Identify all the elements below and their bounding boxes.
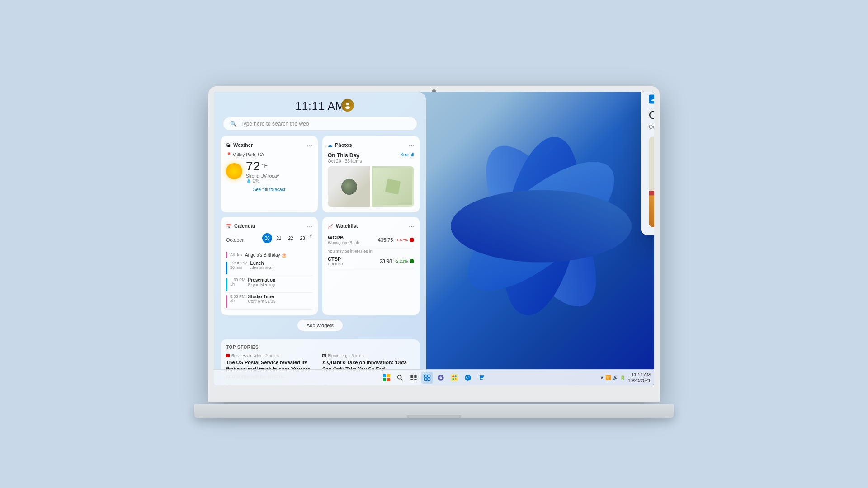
photos-panel-subtitle: Oct 20 · 33 items See all	[649, 123, 654, 130]
weather-title-row: 🌤 Weather	[226, 142, 253, 148]
event-bar-presentation	[226, 278, 227, 291]
photos-widget: ☁ Photos ··· On This Day Oct 20 · 33 ite…	[322, 136, 420, 212]
taskbar-photos-button[interactable]	[448, 372, 460, 384]
photos-panel-photo-left[interactable]	[649, 136, 654, 227]
taskbar-chat-button[interactable]	[435, 372, 447, 384]
svg-rect-20	[451, 374, 458, 381]
weather-more-button[interactable]: ···	[307, 141, 312, 149]
event-title-studio: Studio Time	[248, 294, 276, 299]
stock-name-wgrb: Woodgrove Bank	[328, 240, 359, 245]
calendar-day-21[interactable]: 21	[274, 233, 284, 243]
photos-panel-title-row: ☁ Photos	[649, 94, 654, 103]
photos-more-button[interactable]: ···	[409, 141, 414, 149]
stock-dot-wgrb	[410, 238, 414, 242]
taskbar-search-button[interactable]	[394, 372, 406, 384]
news-source-name-bi: Business Insider	[231, 353, 261, 358]
svg-rect-16	[424, 375, 427, 377]
event-bar-studio	[226, 295, 227, 308]
svg-point-23	[452, 378, 454, 380]
weather-sun-icon	[226, 163, 242, 179]
add-widgets-button[interactable]: Add widgets	[297, 319, 343, 331]
news-source-row-bi: Business Insider · 2 hours	[226, 353, 318, 358]
time-text: 11:11 AM	[295, 100, 344, 112]
watchlist-more-button[interactable]: ···	[409, 222, 414, 230]
taskbar-volume-icon[interactable]: 🔊	[613, 375, 618, 380]
taskbar-time-block[interactable]: 11:11 AM 10/20/2021	[628, 372, 651, 384]
event-bar-lunch	[226, 262, 227, 274]
event-title-lunch: Lunch	[250, 261, 275, 266]
photos-panel-extended-header: ☁ Photos ···	[649, 94, 654, 103]
stock-price-wgrb: 435.75	[378, 237, 393, 243]
news-source-dot-bloomberg: B	[322, 354, 326, 357]
taskbar-battery-icon[interactable]: 🔋	[620, 375, 625, 380]
taskbar-wifi-icon[interactable]: 🛜	[605, 375, 611, 380]
svg-rect-14	[410, 379, 413, 380]
photos-see-all-link[interactable]: See all	[400, 152, 414, 157]
svg-rect-18	[424, 378, 427, 380]
svg-point-10	[398, 375, 401, 379]
taskbar-arrow-icon[interactable]: ∧	[600, 375, 604, 380]
taskbar-store-button[interactable]	[476, 372, 487, 384]
weather-title: Weather	[233, 142, 253, 148]
svg-line-11	[401, 379, 403, 380]
calendar-day-20[interactable]: 20	[262, 233, 272, 243]
svg-rect-12	[410, 375, 413, 378]
stock-ticker-ctsp: CTSP	[328, 256, 343, 262]
weather-description: Strong UV today	[246, 174, 279, 178]
photos-panel-grid	[649, 136, 654, 227]
weather-location-text: Valley Park, CA	[233, 152, 264, 157]
taskbar: ∧ 🛜 🔊 🔋 11:11 AM 10/20/2021	[214, 369, 654, 385]
photos-grid	[328, 166, 414, 207]
svg-point-22	[455, 375, 457, 377]
event-bar-allday	[226, 252, 227, 258]
photos-on-this-day-title: On This Day	[328, 152, 362, 159]
calendar-event-studio: 6:00 PM 3h Studio Time Conf Rm 32/35	[226, 293, 312, 310]
stock-row-ctsp: CTSP Contoso 23.98 +2.23%	[328, 254, 414, 268]
svg-rect-6	[383, 374, 386, 377]
svg-rect-17	[428, 375, 430, 377]
photos-panel-extended: ☁ Photos ··· On This Day Oct 20 · 33 ite…	[641, 92, 654, 235]
stock-change-ctsp: +2.23%	[394, 259, 408, 263]
weather-main: 72 °F Strong UV today 💧 0%	[226, 159, 312, 183]
photo-thumb-2[interactable]	[372, 166, 414, 207]
watchlist-title: Watchlist	[336, 223, 358, 229]
calendar-event-presentation: 1:30 PM 1h Presentation Skype Meeting	[226, 276, 312, 293]
laptop-shell: 11:11 AM 🔍 Type here to search the web	[208, 86, 660, 402]
event-duration-presentation: 1h	[230, 282, 245, 286]
win11-wallpaper-flower	[451, 102, 632, 351]
calendar-day-22[interactable]: 22	[286, 233, 296, 243]
search-bar[interactable]: 🔍 Type here to search the web	[223, 117, 417, 131]
watchlist-widget-header: 📈 Watchlist ···	[328, 222, 414, 230]
calendar-more-button[interactable]: ···	[307, 222, 312, 230]
svg-rect-19	[428, 378, 430, 380]
event-time-studio: 6:00 PM	[230, 294, 245, 299]
photos-title: Photos	[335, 142, 352, 148]
news-time-bi: · 2 hours	[263, 353, 279, 358]
svg-rect-7	[387, 374, 390, 377]
taskbar-widgets-button[interactable]	[421, 372, 433, 384]
svg-point-24	[455, 378, 457, 380]
news-time-bloomberg: · 3 mins	[349, 353, 364, 358]
taskbar-taskview-button[interactable]	[408, 372, 420, 384]
search-placeholder: Type here to search the web	[241, 121, 309, 127]
svg-rect-8	[383, 378, 386, 381]
news-header-label: TOP STORIES	[226, 345, 414, 350]
photo-thumb-1[interactable]	[328, 166, 370, 207]
taskbar-edge-button[interactable]	[462, 372, 474, 384]
photos-title-row: ☁ Photos	[328, 142, 352, 148]
calendar-day-23[interactable]: 23	[297, 233, 307, 243]
event-allday-label: All day	[230, 253, 242, 257]
weather-unit: °F	[262, 163, 268, 169]
calendar-more-days[interactable]: ∨	[309, 233, 312, 243]
stock-change-wgrb: -1.67%	[395, 238, 408, 242]
weather-widget-header: 🌤 Weather ···	[226, 141, 312, 149]
weather-forecast-link[interactable]: See full forecast	[226, 187, 312, 192]
taskbar-windows-button[interactable]	[381, 372, 392, 384]
wallpaper: 11:11 AM 🔍 Type here to search the web	[214, 92, 654, 385]
time-display: 11:11 AM	[214, 92, 426, 117]
laptop-bottom-bezel	[194, 404, 674, 418]
calendar-event-lunch: 12:00 PM 30 min Lunch Alex Johnson	[226, 259, 312, 276]
svg-rect-13	[414, 375, 416, 378]
profile-icon[interactable]	[341, 99, 354, 112]
stock-ticker-wgrb: WGRB	[328, 235, 359, 240]
